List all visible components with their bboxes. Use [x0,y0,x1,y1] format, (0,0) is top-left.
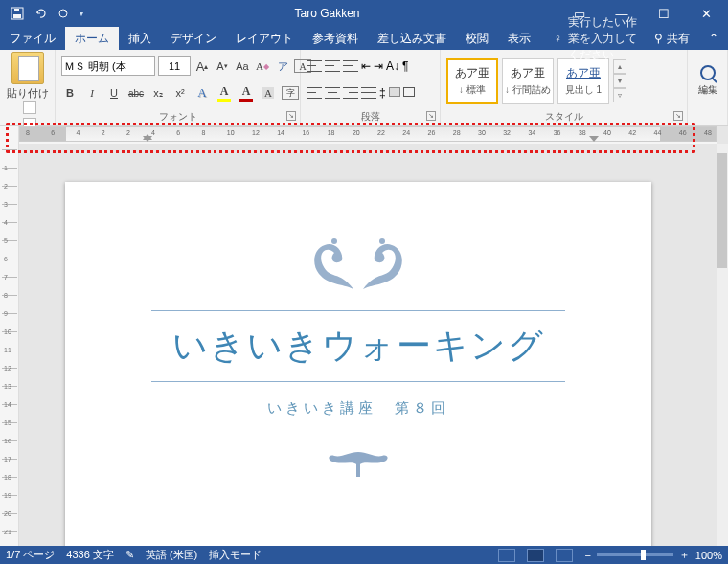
scrollbar-thumb[interactable] [717,153,727,268]
group-clipboard: 貼り付け クリップボード↘ [0,50,56,125]
status-language[interactable]: 英語 (米国) [146,548,197,562]
svg-point-5 [379,238,385,244]
subscript-button[interactable]: x₂ [149,84,167,102]
svg-rect-1 [13,14,21,18]
collapse-ribbon-icon[interactable]: ⌃ [699,27,728,50]
phonetic-guide-button[interactable]: ア [274,57,291,75]
paste-button[interactable]: 貼り付け [7,86,49,101]
zoom-control: − ＋ 100% [584,548,722,562]
svg-point-4 [331,238,337,244]
enclose-char-button[interactable]: 字 [282,86,299,100]
decrease-indent-icon[interactable]: ⇤ [361,59,371,73]
style-name: ↓ 行間詰め [505,83,551,97]
status-insert-mode[interactable]: 挿入モード [209,548,262,562]
tab-view[interactable]: 表示 [498,27,540,50]
tab-mailings[interactable]: 差し込み文書 [368,27,456,50]
show-marks-icon[interactable]: ¶ [402,59,408,73]
close-button[interactable]: ✕ [692,7,720,21]
share-icon: ⚲ [654,32,663,45]
ornament-bottom [65,444,651,483]
strike-button[interactable]: abc [127,84,145,102]
quick-access-toolbar: ▾ [4,6,89,21]
status-proofing-icon[interactable]: ✎ [125,549,134,561]
tab-design[interactable]: デザイン [161,27,226,50]
save-icon[interactable] [10,6,25,21]
vertical-scrollbar[interactable] [717,144,728,546]
group-editing: 編集 [688,50,728,125]
zoom-slider[interactable] [597,553,673,556]
doc-subtitle[interactable]: いきいき講座 第８回 [65,399,651,417]
view-read-icon[interactable] [498,549,515,562]
redo-icon[interactable] [56,6,71,21]
align-center-icon[interactable] [325,85,340,101]
align-right-icon[interactable] [343,85,358,101]
zoom-out-button[interactable]: − [584,550,590,561]
undo-icon[interactable] [33,6,48,21]
styles-dialog-launcher[interactable]: ↘ [673,111,683,121]
grow-font-button[interactable]: A▴ [193,57,211,75]
find-icon[interactable] [700,65,716,80]
tab-layout[interactable]: レイアウト [226,27,303,50]
vertical-ruler[interactable]: 123456789101112131415161718192021 [0,126,19,546]
zoom-in-button[interactable]: ＋ [679,548,690,562]
tab-references[interactable]: 参考資料 [303,27,368,50]
bullets-icon[interactable] [307,58,322,74]
page[interactable]: いきいきウォーキング いきいき講座 第８回 [65,182,651,546]
svg-point-3 [59,10,67,17]
view-web-icon[interactable] [556,549,573,562]
share-label: 共有 [667,31,690,47]
underline-button[interactable]: U [105,84,123,102]
style-no-spacing[interactable]: あア亜 ↓ 行間詰め [502,58,554,104]
font-dialog-launcher[interactable]: ↘ [286,111,296,121]
group-styles: あア亜 ↓ 標準 あア亜 ↓ 行間詰め あア亜 見出し 1 ▴▾▿ スタイル↘ [441,50,688,125]
qat-customize-icon[interactable]: ▾ [80,10,83,18]
cut-icon[interactable] [23,101,36,114]
highlight-button[interactable]: A [216,84,233,102]
text-effects-button[interactable]: A [193,84,211,102]
lightbulb-icon: ♀ [554,32,562,45]
status-words[interactable]: 4336 文字 [66,548,114,562]
paragraph-dialog-launcher[interactable]: ↘ [426,111,436,121]
zoom-level[interactable]: 100% [695,550,722,561]
numbering-icon[interactable] [325,58,340,74]
sort-icon[interactable]: A↓ [386,59,399,73]
view-print-icon[interactable] [527,549,544,562]
doc-title[interactable]: いきいきウォーキング [65,323,651,370]
ornament-top [65,232,651,299]
clear-format-icon[interactable]: A◆ [254,57,271,75]
maximize-button[interactable]: ☐ [649,7,678,21]
tab-review[interactable]: 校閲 [456,27,498,50]
tell-me-placeholder: 実行したい作業を入力してください [568,14,645,63]
tab-insert[interactable]: 挿入 [119,27,161,50]
status-page[interactable]: 1/7 ページ [6,548,55,562]
multilevel-icon[interactable] [343,58,358,74]
justify-icon[interactable] [361,85,376,101]
superscript-button[interactable]: x² [171,84,189,102]
change-case-button[interactable]: Aa [234,57,251,75]
document-area[interactable]: いきいきウォーキング いきいき講座 第８回 [19,144,717,546]
group-label-styles: スタイル [545,111,583,122]
style-name: ↓ 標準 [459,83,486,97]
line-spacing-icon[interactable]: ‡ [379,86,386,100]
italic-button[interactable]: I [83,84,101,102]
align-left-icon[interactable] [307,85,322,101]
tab-file[interactable]: ファイル [0,27,65,50]
char-shading-button[interactable]: A [260,84,277,102]
style-heading1[interactable]: あア亜 見出し 1 [557,58,609,104]
font-color-button[interactable]: A [238,84,255,102]
tab-home[interactable]: ホーム [65,27,119,50]
font-family-combo[interactable] [61,56,155,76]
borders-icon[interactable] [403,86,415,100]
style-normal[interactable]: あア亜 ↓ 標準 [446,58,498,104]
group-label-editing: 編集 [698,83,717,97]
tell-me-box[interactable]: ♀ 実行したい作業を入力してください [540,27,645,50]
shading-icon[interactable] [389,86,400,100]
increase-indent-icon[interactable]: ⇥ [374,59,383,73]
paste-icon[interactable] [11,52,44,84]
shrink-font-button[interactable]: A▾ [214,57,231,75]
styles-gallery-more[interactable]: ▴▾▿ [613,59,626,102]
group-paragraph: ⇤ ⇥ A↓ ¶ ‡ 段落↘ [301,50,441,125]
bold-button[interactable]: B [61,84,79,102]
font-size-combo[interactable] [158,56,191,76]
share-button[interactable]: ⚲ 共有 [645,27,699,50]
